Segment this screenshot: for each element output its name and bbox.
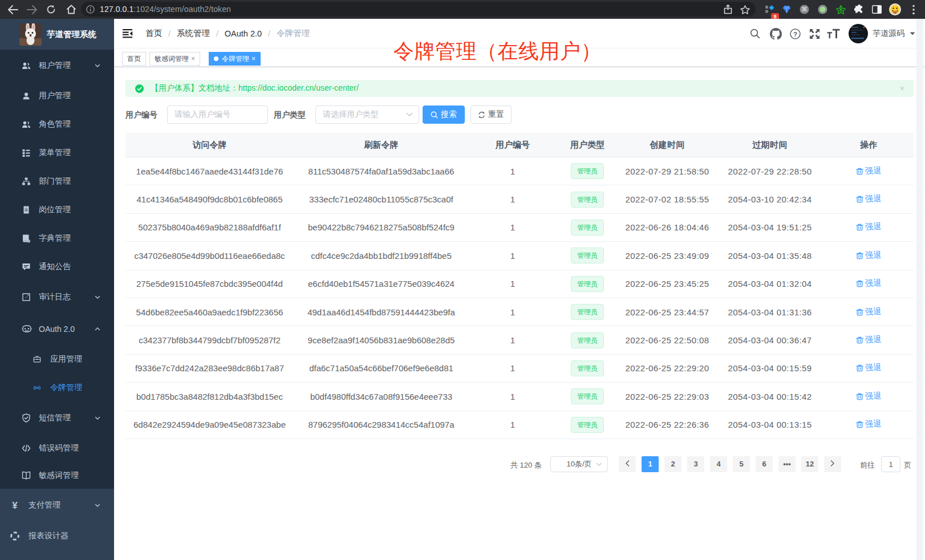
svg-text:A: A <box>36 385 39 389</box>
svg-text:⌘: ⌘ <box>801 6 808 13</box>
svg-text:¥: ¥ <box>12 501 18 510</box>
